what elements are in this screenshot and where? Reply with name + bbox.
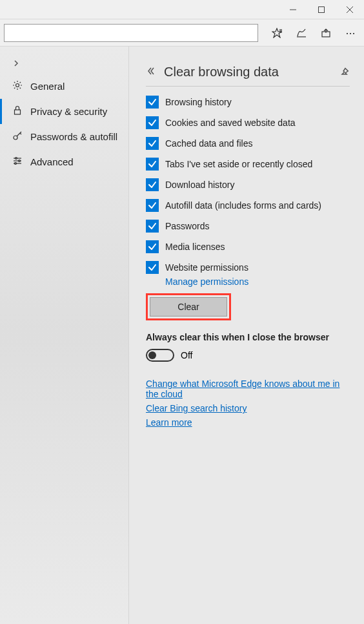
toggle-knob-icon	[148, 351, 156, 359]
settings-panel: Clear browsing data Browsing history Coo…	[129, 47, 364, 624]
checkbox-checked-icon	[146, 261, 159, 274]
address-bar[interactable]	[4, 24, 258, 42]
check-label: Passwords	[165, 221, 209, 231]
check-label: Download history	[165, 180, 234, 190]
link-learn-more[interactable]: Learn more	[146, 417, 350, 428]
svg-point-10	[16, 84, 19, 87]
checkbox-checked-icon	[146, 158, 159, 171]
settings-sidebar: General Privacy & security Passwords & a…	[0, 47, 129, 624]
maximize-button[interactable]	[307, 0, 336, 19]
checkbox-checked-icon	[146, 178, 159, 191]
clear-data-checklist: Browsing history Cookies and saved websi…	[146, 96, 350, 274]
checkbox-checked-icon	[146, 240, 159, 253]
check-passwords[interactable]: Passwords	[146, 220, 350, 233]
sidebar-item-label: Advanced	[30, 156, 74, 167]
check-download-history[interactable]: Download history	[146, 178, 350, 191]
sidebar-item-privacy[interactable]: Privacy & security	[0, 99, 128, 124]
clear-button-highlight: Clear	[146, 293, 231, 320]
checkbox-checked-icon	[146, 137, 159, 150]
check-label: Media licenses	[165, 242, 225, 252]
back-button[interactable]	[146, 67, 155, 78]
svg-rect-11	[15, 110, 21, 114]
minimize-button[interactable]	[279, 0, 307, 19]
check-autofill[interactable]: Autofill data (includes forms and cards)	[146, 199, 350, 212]
check-browsing-history[interactable]: Browsing history	[146, 96, 350, 109]
sidebar-item-label: General	[30, 81, 65, 92]
favorites-icon[interactable]	[267, 19, 287, 47]
key-icon	[12, 130, 23, 143]
more-icon[interactable]: ···	[341, 19, 360, 47]
close-button[interactable]	[336, 0, 364, 19]
pin-button[interactable]	[341, 67, 350, 78]
check-website-permissions[interactable]: Website permissions	[146, 261, 350, 274]
sidebar-item-label: Privacy & security	[30, 106, 107, 117]
check-cookies[interactable]: Cookies and saved website data	[146, 116, 350, 129]
always-clear-toggle[interactable]	[146, 349, 174, 362]
lock-icon	[12, 105, 23, 118]
content-area: General Privacy & security Passwords & a…	[0, 47, 364, 624]
check-tabs[interactable]: Tabs I've set aside or recently closed	[146, 158, 350, 171]
check-label: Autofill data (includes forms and cards)	[165, 200, 321, 211]
check-label: Cookies and saved website data	[165, 118, 296, 128]
checkbox-checked-icon	[146, 199, 159, 212]
checkbox-checked-icon	[146, 116, 159, 129]
checkbox-checked-icon	[146, 96, 159, 109]
link-bing-history[interactable]: Clear Bing search history	[146, 403, 350, 413]
clear-button-label: Clear	[177, 302, 199, 312]
toggle-state-label: Off	[181, 350, 192, 360]
check-label: Website permissions	[165, 262, 248, 273]
check-label: Browsing history	[165, 97, 232, 107]
reading-icon[interactable]	[292, 19, 311, 47]
manage-permissions-link[interactable]: Manage permissions	[165, 276, 350, 287]
always-clear-header: Always clear this when I close the brows…	[146, 332, 350, 342]
window-titlebar	[0, 0, 364, 19]
panel-header: Clear browsing data	[146, 65, 350, 87]
check-cached[interactable]: Cached data and files	[146, 137, 350, 150]
sidebar-item-general[interactable]: General	[0, 74, 128, 99]
sidebar-item-passwords[interactable]: Passwords & autofill	[0, 124, 128, 149]
sliders-icon	[12, 156, 23, 168]
always-clear-toggle-row: Off	[146, 349, 350, 362]
link-cloud-data[interactable]: Change what Microsoft Edge knows about m…	[146, 379, 350, 399]
check-label: Cached data and files	[165, 138, 252, 149]
svg-rect-1	[319, 6, 325, 12]
sidebar-expand-toggle[interactable]	[0, 53, 128, 74]
browser-toolbar: ···	[0, 19, 364, 47]
checkbox-checked-icon	[146, 220, 159, 233]
check-label: Tabs I've set aside or recently closed	[165, 159, 312, 169]
footer-links: Change what Microsoft Edge knows about m…	[146, 379, 350, 428]
clear-button[interactable]: Clear	[150, 297, 227, 317]
panel-title: Clear browsing data	[164, 65, 332, 79]
check-media-licenses[interactable]: Media licenses	[146, 240, 350, 253]
gear-icon	[12, 80, 23, 92]
sidebar-item-advanced[interactable]: Advanced	[0, 149, 128, 174]
sidebar-item-label: Passwords & autofill	[30, 131, 117, 142]
share-icon[interactable]	[316, 19, 336, 47]
